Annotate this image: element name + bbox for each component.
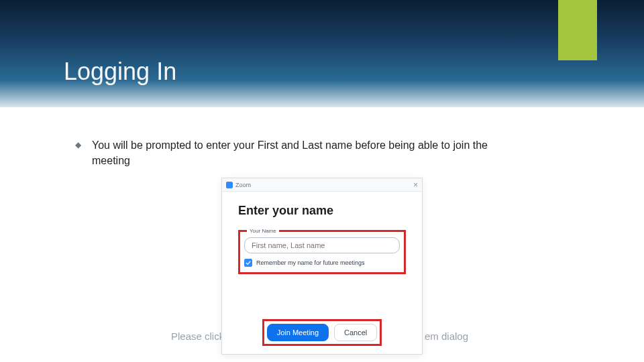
remember-checkbox[interactable] — [244, 259, 252, 267]
highlighted-name-group: Your Name Remember my name for future me… — [238, 230, 406, 274]
background-text-right: em dialog — [425, 330, 468, 342]
slide-body: ◆ You will be prompted to enter your Fir… — [0, 107, 644, 168]
remember-label: Remember my name for future meetings — [256, 259, 365, 266]
zoom-logo-icon — [226, 182, 233, 188]
join-meeting-button[interactable]: Join Meeting — [267, 324, 329, 341]
slide-title: Logging In — [64, 58, 176, 86]
highlighted-buttons: Join Meeting Cancel — [262, 319, 382, 346]
bullet-diamond-icon: ◆ — [75, 140, 81, 149]
dialog-titlebar: Zoom × — [222, 178, 422, 192]
close-icon[interactable]: × — [413, 181, 418, 189]
background-text-left: Please click — [171, 330, 224, 342]
bullet-text: You will be prompted to enter your First… — [92, 137, 521, 168]
accent-block — [558, 0, 597, 60]
name-input[interactable] — [244, 237, 400, 253]
dialog-heading: Enter your name — [238, 204, 406, 218]
dialog-app-name: Zoom — [235, 182, 251, 188]
bullet-item: ◆ You will be prompted to enter your Fir… — [75, 137, 577, 168]
name-field-label: Your Name — [247, 228, 279, 234]
check-icon — [246, 260, 251, 265]
cancel-button[interactable]: Cancel — [334, 324, 377, 341]
slide-header: Logging In — [0, 0, 644, 107]
dialog-button-row: Join Meeting Cancel — [222, 319, 422, 346]
zoom-dialog: Zoom × Enter your name Your Name Remembe… — [221, 178, 423, 355]
